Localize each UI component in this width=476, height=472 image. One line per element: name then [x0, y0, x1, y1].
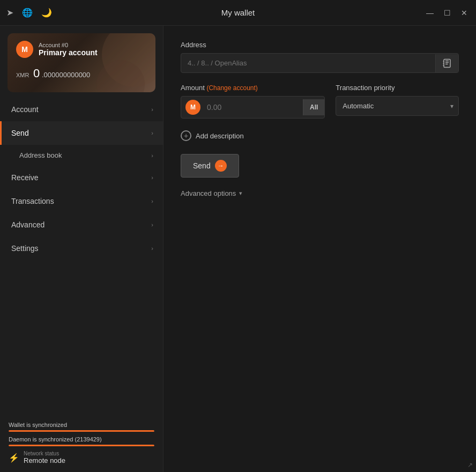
monero-logo: M [16, 41, 33, 58]
sidebar-item-receive[interactable]: Receive › [0, 166, 163, 189]
window-title: My wallet [221, 8, 255, 17]
sidebar-item-send-label: Send [11, 129, 29, 137]
minimize-button[interactable]: — [425, 9, 435, 17]
chevron-right-icon: › [151, 198, 153, 204]
chevron-right-icon: › [151, 130, 153, 136]
send-button[interactable]: Send → [181, 154, 239, 178]
account-name: Primary account [39, 48, 98, 57]
sidebar-item-advanced[interactable]: Advanced › [0, 213, 163, 237]
add-description-label: Add description [196, 132, 244, 140]
account-header: M Account #0 Primary account [16, 41, 147, 58]
account-balance: XMR 0 .000000000000 [16, 67, 147, 80]
resize-handle[interactable]: ↗ [467, 461, 473, 469]
maximize-button[interactable]: ☐ [442, 9, 452, 17]
sidebar-item-transactions[interactable]: Transactions › [0, 189, 163, 213]
network-value: Remote node [24, 456, 65, 464]
account-card: M Account #0 Primary account XMR 0 .0000… [8, 33, 155, 92]
send-arrow-icon: → [215, 160, 227, 172]
daemon-sync-bar [9, 445, 154, 446]
wallet-sync-label: Wallet is synchronized [9, 422, 154, 428]
amount-priority-row: Amount (Change account) M All Transactio… [181, 84, 459, 119]
sidebar-item-receive-label: Receive [11, 173, 39, 182]
sidebar-item-settings-label: Settings [11, 244, 39, 253]
main-layout: M Account #0 Primary account XMR 0 .0000… [0, 26, 476, 472]
titlebar: ➤ 🌐 🌙 My wallet — ☐ ✕ [0, 0, 476, 26]
amount-input[interactable] [205, 99, 303, 116]
window-controls: — ☐ ✕ [425, 9, 470, 17]
network-status: ⚡ Network status Remote node [9, 451, 154, 464]
send-button-label: Send [193, 161, 211, 170]
daemon-sync-label: Daemon is synchronized (2139429) [9, 436, 154, 442]
daemon-sync-fill [9, 445, 154, 446]
priority-select[interactable]: Automatic Slow Normal Fast Fastest [336, 96, 459, 116]
address-label: Address [181, 41, 459, 49]
all-button[interactable]: All [303, 99, 324, 115]
sidebar-item-send[interactable]: Send › [0, 121, 163, 145]
close-button[interactable]: ✕ [459, 9, 470, 17]
address-input-wrap [181, 53, 459, 73]
priority-section: Transaction priority Automatic Slow Norm… [336, 84, 459, 116]
balance-decimal: .000000000000 [42, 71, 90, 79]
chevron-right-icon: › [151, 222, 153, 228]
sidebar-item-transactions-label: Transactions [11, 197, 54, 205]
bolt-icon: ⚡ [9, 453, 19, 463]
monero-logo-small: M [185, 100, 200, 115]
priority-label: Transaction priority [336, 84, 459, 92]
sidebar-item-settings[interactable]: Settings › [0, 237, 163, 260]
add-description-button[interactable]: + Add description [181, 130, 459, 141]
main-content: Address Amount (Change acc [163, 26, 476, 472]
chevron-right-icon: › [151, 106, 153, 113]
amount-input-wrap: M All [181, 96, 325, 119]
account-number: Account #0 [39, 42, 98, 48]
wallet-sync-fill [9, 430, 154, 432]
change-account-link[interactable]: (Change account) [206, 84, 257, 92]
advanced-options-toggle[interactable]: Advanced options ▾ [181, 189, 459, 197]
sidebar: M Account #0 Primary account XMR 0 .0000… [0, 26, 163, 472]
plus-icon: + [181, 130, 191, 141]
sidebar-item-address-book-label: Address book [19, 151, 62, 159]
address-book-button[interactable] [435, 54, 458, 72]
wallet-sync-bar [9, 430, 154, 432]
sidebar-item-address-book[interactable]: Address book › [0, 145, 163, 166]
moon-icon[interactable]: 🌙 [41, 8, 52, 18]
amount-section: Amount (Change account) M All [181, 84, 325, 119]
sidebar-footer: Wallet is synchronized Daemon is synchro… [0, 415, 163, 472]
chevron-right-icon: › [151, 245, 153, 252]
globe-icon[interactable]: 🌐 [22, 8, 33, 18]
arrow-icon[interactable]: ➤ [6, 8, 13, 18]
sidebar-item-advanced-label: Advanced [11, 220, 44, 229]
priority-select-wrap: Automatic Slow Normal Fast Fastest ▾ [336, 96, 459, 116]
chevron-right-icon: › [151, 174, 153, 181]
balance-integer: 0 [33, 67, 40, 80]
network-status-label: Network status [24, 451, 65, 456]
sidebar-item-account-label: Account [11, 105, 39, 114]
address-input[interactable] [181, 54, 435, 72]
amount-label: Amount (Change account) [181, 84, 325, 92]
advanced-options-label: Advanced options [181, 189, 236, 197]
balance-currency: XMR [16, 72, 29, 78]
account-info: Account #0 Primary account [39, 42, 98, 57]
chevron-down-icon: ▾ [239, 190, 242, 197]
network-info: Network status Remote node [24, 451, 65, 464]
sidebar-item-account[interactable]: Account › [0, 98, 163, 121]
chevron-right-icon: › [151, 152, 153, 159]
titlebar-left-icons: ➤ 🌐 🌙 [6, 8, 52, 18]
